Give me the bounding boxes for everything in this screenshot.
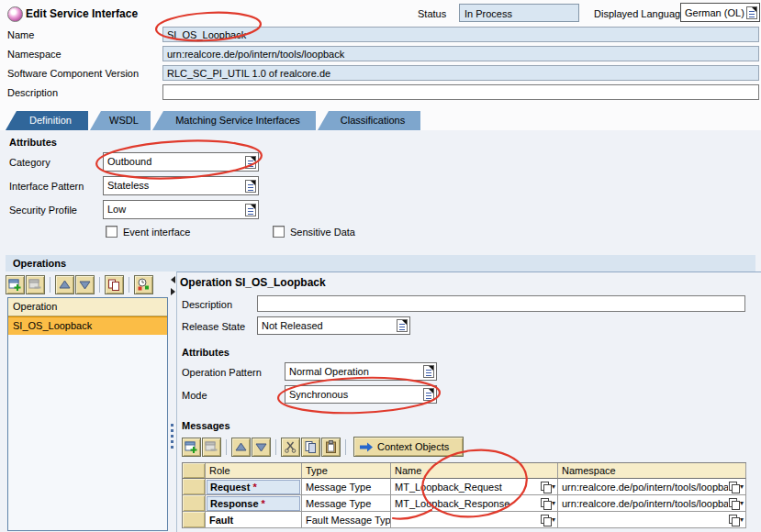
dropdown-icon[interactable]	[423, 365, 434, 378]
namespace-cell[interactable]: urn:realcore.de/po/intern/tools/loopback…	[558, 479, 746, 495]
row-selector[interactable]	[183, 479, 206, 495]
context-arrow-icon	[360, 441, 373, 453]
sensitive-data-label: Sensitive Data	[290, 227, 355, 238]
column-header-name: Name	[391, 463, 558, 479]
name-cell[interactable]: ▾	[391, 512, 558, 528]
operation-description-label: Description	[182, 299, 232, 310]
move-down-icon	[255, 442, 267, 452]
operations-toolbar	[6, 275, 153, 294]
copy-operation-button[interactable]	[105, 275, 124, 294]
event-interface-checkbox[interactable]	[106, 226, 118, 238]
move-up-icon	[235, 442, 247, 452]
mode-value: Synchronous	[289, 389, 348, 400]
namespace-field[interactable]: urn:realcore.de/po/intern/tools/loopback	[162, 46, 759, 61]
displayed-language-label: Displayed Language	[594, 8, 686, 19]
value-help-icon[interactable]: ▾	[728, 512, 744, 528]
security-profile-label: Security Profile	[9, 205, 77, 216]
message-move-up-button[interactable]	[231, 438, 251, 457]
dropdown-icon[interactable]	[245, 204, 256, 216]
cut-button[interactable]	[281, 438, 300, 457]
status-value: In Process	[459, 4, 579, 22]
operation-description-input[interactable]	[257, 295, 745, 312]
namespace-cell[interactable]: urn:realcore.de/po/intern/tools/loopback…	[558, 495, 746, 512]
operation-list-item-selected[interactable]: SI_OS_Loopback	[8, 316, 167, 335]
category-select[interactable]: Outbound	[103, 152, 259, 172]
splitter-handle[interactable]	[171, 424, 173, 449]
role-value: Response	[210, 498, 259, 509]
required-marker: *	[262, 498, 265, 509]
messages-table: Role Type Name Namespace Request* Messag…	[182, 462, 746, 528]
move-down-button[interactable]	[75, 275, 95, 294]
name-cell[interactable]: MT_Loopback_Response▾	[391, 495, 558, 512]
name-field[interactable]: SI_OS_Loopback	[162, 27, 759, 42]
interface-pattern-label: Interface Pattern	[9, 181, 84, 192]
dropdown-icon[interactable]	[245, 156, 256, 169]
table-row-response: Response*	[206, 495, 302, 512]
context-objects-label: Context Objects	[377, 441, 449, 452]
collapse-right-icon[interactable]	[171, 288, 175, 295]
toolbar-separator	[50, 277, 50, 293]
add-message-button[interactable]	[182, 438, 201, 457]
value-help-icon[interactable]: ▾	[540, 479, 555, 495]
type-cell: Fault Message Type	[302, 512, 391, 528]
release-status-button[interactable]	[134, 275, 153, 294]
release-state-value: Not Released	[262, 320, 323, 331]
messages-heading: Messages	[182, 420, 230, 431]
dropdown-icon[interactable]	[423, 388, 434, 401]
namespace-cell[interactable]: ▾	[558, 512, 746, 528]
value-help-icon[interactable]: ▾	[728, 495, 744, 512]
security-profile-select[interactable]: Low	[103, 200, 259, 219]
row-selector[interactable]	[183, 495, 206, 512]
cut-icon	[284, 440, 297, 454]
copy-icon	[107, 278, 121, 292]
value-help-icon[interactable]: ▾	[728, 479, 744, 495]
description-input[interactable]	[162, 84, 759, 100]
interface-pattern-select[interactable]: Stateless	[103, 176, 259, 195]
paste-button[interactable]	[321, 438, 341, 457]
tab-wsdl[interactable]: WSDL	[90, 111, 151, 130]
dropdown-icon[interactable]	[397, 319, 408, 332]
release-status-icon	[137, 278, 151, 292]
mode-select[interactable]: Synchronous	[285, 385, 437, 404]
role-value: Request	[210, 482, 250, 493]
delete-operation-button[interactable]	[26, 275, 45, 294]
move-up-icon	[59, 280, 71, 290]
toolbar-separator	[99, 277, 100, 293]
operation-pattern-label: Operation Pattern	[182, 367, 262, 378]
move-down-icon	[79, 280, 91, 290]
message-move-down-button[interactable]	[252, 438, 271, 457]
dropdown-icon[interactable]	[746, 6, 757, 19]
software-component-version-label: Software Component Version	[7, 68, 139, 79]
tab-classifications[interactable]: Classifications	[318, 111, 420, 130]
software-component-version-field[interactable]: RLC_SC_PI_UTIL 1.0 of realcore.de	[162, 65, 759, 81]
table-row-fault: Fault	[206, 512, 302, 528]
tab-definition[interactable]: Definition	[6, 111, 88, 130]
tab-matching-service-interfaces[interactable]: Matching Service Interfaces	[152, 111, 316, 130]
value-help-icon[interactable]: ▾	[540, 512, 555, 528]
tab-strip: Definition WSDL Matching Service Interfa…	[6, 111, 420, 130]
copy-button[interactable]	[301, 438, 320, 457]
column-header-type: Type	[302, 463, 391, 479]
attributes-heading: Attributes	[9, 137, 57, 148]
release-state-select[interactable]: Not Released	[257, 316, 410, 335]
value-help-icon[interactable]: ▾	[540, 495, 555, 512]
delete-message-button[interactable]	[202, 438, 221, 457]
dropdown-icon[interactable]	[245, 180, 256, 193]
delete-operation-icon	[28, 278, 42, 292]
name-cell[interactable]: MT_Loopback_Request▾	[391, 479, 558, 495]
collapse-left-icon[interactable]	[171, 276, 175, 283]
operation-attributes-heading: Attributes	[182, 347, 229, 358]
context-objects-button[interactable]: Context Objects	[353, 437, 464, 457]
operations-section-heading: Operations	[6, 255, 755, 272]
delete-message-icon	[205, 440, 218, 454]
category-label: Category	[9, 157, 50, 168]
move-up-button[interactable]	[55, 275, 74, 294]
row-selector[interactable]	[183, 512, 206, 528]
mode-label: Mode	[182, 390, 207, 401]
displayed-language-select[interactable]: German (OL)	[680, 3, 760, 22]
add-operation-button[interactable]	[6, 275, 25, 294]
sensitive-data-checkbox[interactable]	[273, 226, 285, 238]
add-message-icon	[185, 440, 198, 454]
category-value: Outbound	[107, 156, 151, 167]
operation-pattern-select[interactable]: Normal Operation	[285, 362, 437, 381]
